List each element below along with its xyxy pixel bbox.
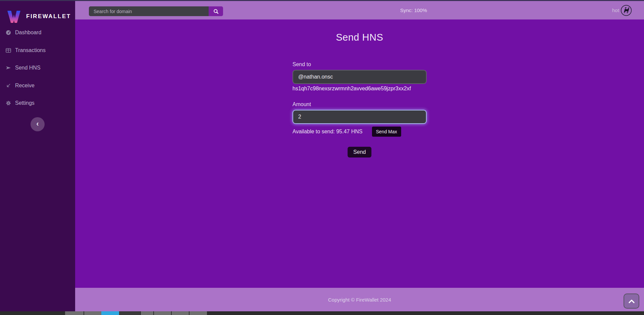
taskbar-segment	[0, 311, 65, 315]
firewallet-logo-icon	[6, 9, 21, 24]
sidebar-item-receive[interactable]: Receive	[0, 77, 75, 95]
page-title: Send HNS	[75, 32, 644, 43]
handshake-logo-icon[interactable]	[621, 5, 632, 16]
window-top-edge	[0, 0, 644, 1]
taskbar-segment	[154, 311, 171, 315]
sync-status: Sync: 100%	[400, 1, 427, 19]
receive-icon	[6, 83, 11, 88]
scroll-to-top-button[interactable]	[624, 294, 639, 309]
sidebar-item-label: Receive	[15, 83, 35, 89]
send-to-label: Send to	[292, 61, 311, 68]
sidebar-collapse-button[interactable]: ‹	[31, 117, 45, 131]
brand[interactable]: FIREWALLET	[0, 1, 75, 26]
send-button[interactable]: Send	[347, 147, 371, 158]
sidebar-item-settings[interactable]: Settings	[0, 94, 75, 112]
sidebar-item-send-hns[interactable]: Send HNS	[0, 59, 75, 77]
sidebar-nav: Dashboard Transactions Send HNS Receive	[0, 24, 75, 112]
taskbar-segment	[141, 311, 153, 315]
taskbar-segment	[190, 311, 207, 315]
sidebar-item-dashboard[interactable]: Dashboard	[0, 24, 75, 42]
send-icon	[6, 65, 11, 71]
amount-input[interactable]	[292, 110, 427, 124]
sidebar-item-label: Settings	[15, 100, 35, 106]
main-content: Send HNS Send to hs1qh7c98nexsrzwrmnh2av…	[75, 19, 644, 288]
taskbar-edge	[0, 311, 644, 315]
chevron-up-icon	[629, 299, 635, 303]
top-bar: Sync: 100% hot	[75, 1, 644, 19]
sidebar-item-label: Send HNS	[15, 65, 41, 71]
taskbar-segment	[101, 311, 119, 315]
domain-search	[89, 6, 223, 16]
sidebar-item-transactions[interactable]: Transactions	[0, 42, 75, 59]
wallet-name-label: hot	[612, 1, 619, 19]
search-input[interactable]	[89, 6, 209, 16]
sidebar-item-label: Transactions	[15, 47, 46, 53]
taskbar-segment	[119, 311, 140, 315]
transactions-icon	[6, 48, 11, 53]
sidebar-item-label: Dashboard	[15, 30, 41, 36]
resolved-address: hs1qh7c98nexsrzwrmnh2avved6awe59jzpr3xx2…	[292, 86, 411, 92]
dashboard-icon	[6, 30, 11, 35]
footer: Copyright © FireWallet 2024	[75, 288, 644, 311]
send-to-input[interactable]	[292, 70, 427, 84]
available-balance-text: Available to send: 95.47 HNS	[292, 129, 363, 135]
amount-label: Amount	[292, 101, 311, 107]
sidebar: FIREWALLET Dashboard Transactions Send H…	[0, 1, 75, 311]
taskbar-segment	[65, 311, 84, 315]
settings-icon	[6, 100, 11, 106]
taskbar-segment	[207, 311, 644, 315]
send-max-button[interactable]: Send Max	[372, 127, 401, 137]
copyright-text: Copyright © FireWallet 2024	[328, 297, 391, 303]
search-button[interactable]	[209, 6, 223, 16]
search-icon	[213, 9, 219, 14]
chevron-left-icon: ‹	[36, 120, 39, 128]
available-row: Available to send: 95.47 HNS Send Max	[292, 127, 453, 137]
taskbar-segment	[84, 311, 101, 315]
brand-title: FIREWALLET	[26, 13, 71, 20]
taskbar-segment	[172, 311, 189, 315]
